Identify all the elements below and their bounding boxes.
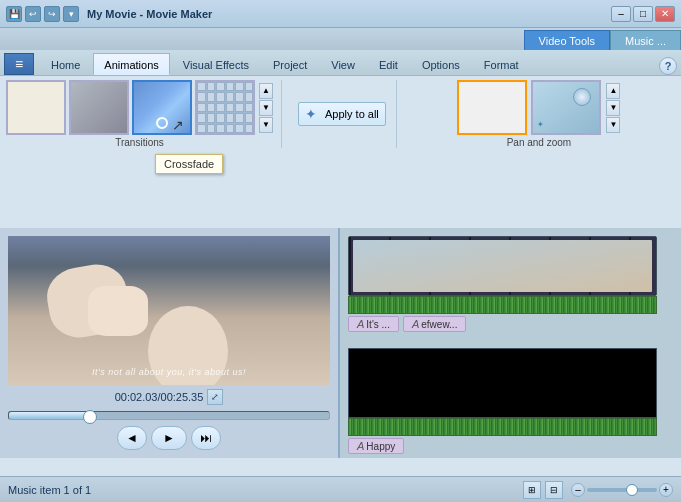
tab-view[interactable]: View (320, 53, 366, 75)
status-bar: Music item 1 of 1 ⊞ ⊟ – + (0, 476, 681, 502)
transition-crossfade[interactable]: ↗ (132, 80, 192, 135)
pan-zoom-scroll-down[interactable]: ▼ (606, 100, 620, 116)
video-panel: It's not all about you, it's about us! 0… (0, 228, 340, 458)
zoom-in-button[interactable]: + (659, 483, 673, 497)
app-icon-save[interactable]: 💾 (6, 6, 22, 22)
tab-video-tools[interactable]: Video Tools (524, 30, 610, 50)
apply-all-group: ✦ Apply to all (288, 80, 397, 148)
timeline-panel: A It's ... A efwew... A (340, 228, 681, 458)
audio-wave-2 (349, 419, 656, 435)
clip-video-2[interactable] (348, 348, 657, 418)
caption-a-icon-1: A (357, 318, 364, 330)
window-title: My Movie - Movie Maker (87, 8, 611, 20)
caption-a-icon-3: A (357, 440, 364, 452)
caption-items-1: A It's ... A efwew... (348, 316, 673, 332)
scroll-expand-button[interactable]: ▼ (259, 117, 273, 133)
zoom-out-button[interactable]: – (571, 483, 585, 497)
caption-items-2: A Happy (348, 438, 673, 454)
audio-bar-1[interactable] (348, 296, 657, 314)
title-bar: 💾 ↩ ↪ ▾ My Movie - Movie Maker – □ ✕ (0, 0, 681, 28)
transition-none[interactable] (6, 80, 66, 135)
zoom-control: – + (571, 483, 673, 497)
transition-tiles[interactable] (195, 80, 255, 135)
app-icon-redo[interactable]: ↪ (44, 6, 60, 22)
status-icon-1[interactable]: ⊞ (523, 481, 541, 499)
status-icon-2[interactable]: ⊟ (545, 481, 563, 499)
time-code: 00:02.03/00:25.35 (115, 391, 204, 403)
transitions-items: ↗ ▲ ▼ ▼ (6, 80, 273, 135)
progress-bar[interactable] (8, 411, 330, 420)
timeline-clip-1: A It's ... A efwew... (348, 236, 673, 332)
scroll-up-button[interactable]: ▲ (259, 83, 273, 99)
pan-zoom-zoom-thumb: ✦ (533, 82, 599, 133)
tab-options[interactable]: Options (411, 53, 471, 75)
video-preview: It's not all about you, it's about us! (8, 236, 330, 385)
play-next-button[interactable]: ⏭ (191, 426, 221, 450)
app-icon-down[interactable]: ▾ (63, 6, 79, 22)
window-controls: – □ ✕ (611, 6, 675, 22)
main-area: It's not all about you, it's about us! 0… (0, 228, 681, 458)
pan-zoom-none-thumb (459, 82, 525, 133)
audio-wave-1 (349, 297, 656, 313)
caption-a-icon-2: A (412, 318, 419, 330)
caption-badge-1[interactable]: A It's ... (348, 316, 399, 332)
transition-gray-thumb (71, 82, 127, 133)
app-menu-button[interactable]: ≡ (4, 53, 34, 75)
caption-badge-2[interactable]: A efwew... (403, 316, 466, 332)
pan-zoom-items: ✦ ▲ ▼ ▼ (457, 80, 620, 135)
audio-bar-2[interactable] (348, 418, 657, 436)
pan-zoom-scroll-expand[interactable]: ▼ (606, 117, 620, 133)
app-icon-undo[interactable]: ↩ (25, 6, 41, 22)
ribbon-content: ↗ ▲ ▼ ▼ (0, 76, 681, 152)
tab-music-tools[interactable]: Music ... (610, 30, 681, 50)
video-content (8, 236, 330, 385)
play-button[interactable]: ► (151, 426, 187, 450)
pan-zoom-scroll: ▲ ▼ ▼ (606, 83, 620, 133)
playback-controls: ◄ ► ⏭ (8, 426, 330, 450)
caption-text-1: It's ... (366, 319, 390, 330)
progress-fill (9, 412, 89, 419)
transitions-group: ↗ ▲ ▼ ▼ (6, 80, 282, 148)
help-button[interactable]: ? (659, 57, 677, 75)
apply-icon: ✦ (305, 106, 321, 122)
tab-home[interactable]: Home (40, 53, 91, 75)
minimize-button[interactable]: – (611, 6, 631, 22)
tab-project[interactable]: Project (262, 53, 318, 75)
expand-button[interactable]: ⤢ (207, 389, 223, 405)
tab-animations[interactable]: Animations (93, 53, 169, 75)
tab-format[interactable]: Format (473, 53, 530, 75)
pan-zoom-zoom[interactable]: ✦ (531, 80, 601, 135)
transitions-label: Transitions (115, 137, 164, 148)
clip-video-1[interactable] (348, 236, 657, 296)
crossfade-tooltip: Crossfade (155, 154, 223, 174)
pan-zoom-none[interactable] (457, 80, 527, 135)
transition-gray[interactable] (69, 80, 129, 135)
caption-badge-3[interactable]: A Happy (348, 438, 404, 454)
play-prev-button[interactable]: ◄ (117, 426, 147, 450)
caption-text-2: efwew... (421, 319, 457, 330)
tab-edit[interactable]: Edit (368, 53, 409, 75)
transitions-scroll: ▲ ▼ ▼ (259, 83, 273, 133)
caption-text-3: Happy (366, 441, 395, 452)
status-icons: ⊞ ⊟ (523, 481, 563, 499)
pan-zoom-group: ✦ ▲ ▼ ▼ Pan and zoom (403, 80, 675, 148)
transition-tiles-thumb (197, 82, 253, 133)
tool-tabs-row: Video Tools Music ... (0, 28, 681, 50)
pan-zoom-label: Pan and zoom (507, 137, 572, 148)
close-button[interactable]: ✕ (655, 6, 675, 22)
apply-all-button[interactable]: ✦ Apply to all (298, 102, 386, 126)
pan-zoom-scroll-up[interactable]: ▲ (606, 83, 620, 99)
tab-visual-effects[interactable]: Visual Effects (172, 53, 260, 75)
video-overlay-text: It's not all about you, it's about us! (8, 367, 330, 377)
zoom-slider[interactable] (587, 488, 657, 492)
maximize-button[interactable]: □ (633, 6, 653, 22)
scroll-down-button[interactable]: ▼ (259, 100, 273, 116)
timeline-clip-2: A Happy (348, 344, 673, 454)
apply-all-label: Apply to all (325, 108, 379, 120)
time-display: 00:02.03/00:25.35 ⤢ (8, 389, 330, 405)
progress-thumb (83, 410, 97, 424)
app-icons: 💾 ↩ ↪ ▾ (6, 6, 79, 22)
zoom-slider-thumb (626, 484, 638, 496)
ribbon-tabs: ≡ Home Animations Visual Effects Project… (0, 50, 681, 76)
cursor-indicator: ↗ (172, 117, 186, 131)
